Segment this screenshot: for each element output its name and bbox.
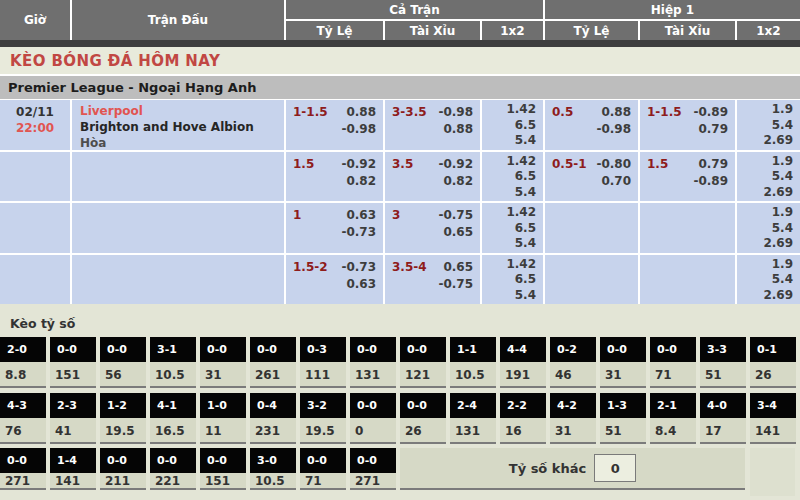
score-odds[interactable]: 31	[200, 362, 246, 388]
score-odds[interactable]: 10.5	[250, 473, 296, 490]
h1-1x2-home[interactable]: 1.9	[737, 205, 793, 221]
h1-handicap-odds-top[interactable]: -0.80	[596, 156, 631, 173]
score-odds[interactable]: 221	[150, 473, 196, 490]
h1-handicap-cell[interactable]: 0.5-1-0.80 0.70	[545, 152, 638, 202]
h1-handicap-odds-bottom[interactable]: -0.98	[596, 121, 631, 138]
score-odds[interactable]: 31	[550, 418, 596, 444]
ft-handicap-cell[interactable]: 1.5-2-0.73 0.63	[286, 255, 383, 305]
ft-over-under-odds-top[interactable]: 0.65	[443, 259, 473, 276]
score-odds[interactable]: 19.5	[300, 418, 346, 444]
score-odds[interactable]: 211	[100, 473, 146, 490]
score-odds[interactable]: 10.5	[150, 362, 196, 388]
score-bet-cell[interactable]: 0-031	[200, 337, 250, 388]
score-odds[interactable]: 231	[250, 418, 296, 444]
ft-1x2-home[interactable]: 1.42	[482, 154, 536, 170]
ft-over-under-cell[interactable]: 3-0.75 0.65	[385, 203, 480, 253]
away-team[interactable]: Brighton and Hove Albion	[80, 119, 284, 135]
score-bet-cell[interactable]: 0-0221	[150, 448, 200, 496]
score-odds[interactable]: 271	[350, 473, 396, 490]
score-odds[interactable]: 151	[50, 362, 96, 388]
ft-1x2-cell[interactable]: 1.42 6.5 5.4	[482, 203, 543, 253]
h1-1x2-cell[interactable]: 1.9 5.4 2.69	[737, 203, 800, 253]
ft-over-under-cell[interactable]: 3.5-40.65 -0.75	[385, 255, 480, 305]
score-bet-cell[interactable]: 1-4141	[50, 448, 100, 496]
h1-1x2-home[interactable]: 1.9	[737, 257, 793, 273]
score-odds[interactable]: 8.4	[650, 418, 696, 444]
ft-handicap-cell[interactable]: 1-1.50.88 -0.98	[286, 100, 383, 150]
h1-1x2-away[interactable]: 2.69	[737, 185, 793, 201]
ft-1x2-cell[interactable]: 1.42 6.5 5.4	[482, 100, 543, 150]
score-odds[interactable]: 41	[50, 418, 96, 444]
score-odds[interactable]: 10.5	[450, 362, 496, 388]
ft-1x2-home[interactable]: 1.42	[482, 257, 536, 273]
score-bet-cell[interactable]: 1-351	[600, 393, 650, 444]
score-odds[interactable]: 0	[350, 418, 396, 444]
score-bet-cell[interactable]: 0-0271	[0, 448, 50, 496]
ft-1x2-away[interactable]: 5.4	[482, 288, 536, 304]
score-odds[interactable]: 51	[700, 362, 746, 388]
score-bet-cell[interactable]: 0-026	[400, 393, 450, 444]
h1-over-under-cell[interactable]	[640, 255, 735, 305]
ft-1x2-draw[interactable]: 6.5	[482, 118, 536, 134]
ft-handicap-odds-top[interactable]: -0.73	[341, 259, 376, 276]
score-odds[interactable]: 16.5	[150, 418, 196, 444]
score-bet-cell[interactable]: 0-0121	[400, 337, 450, 388]
ft-handicap-odds-bottom[interactable]: -0.73	[341, 224, 376, 241]
score-bet-cell[interactable]: 2-18.4	[650, 393, 700, 444]
h1-over-under-odds-bottom[interactable]: -0.89	[693, 173, 728, 190]
ft-1x2-draw[interactable]: 6.5	[482, 221, 536, 237]
score-bet-cell[interactable]: 3-010.5	[250, 448, 300, 496]
score-odds[interactable]: 71	[300, 473, 346, 490]
h1-handicap-odds-bottom[interactable]: 0.70	[601, 173, 631, 190]
ft-over-under-odds-top[interactable]: -0.92	[438, 156, 473, 173]
score-odds[interactable]: 8.8	[0, 362, 46, 388]
score-odds[interactable]: 76	[0, 418, 46, 444]
ft-1x2-cell[interactable]: 1.42 6.5 5.4	[482, 255, 543, 305]
score-bet-cell[interactable]: 4-231	[550, 393, 600, 444]
draw-label[interactable]: Hòa	[80, 135, 284, 150]
score-odds[interactable]: 261	[250, 362, 296, 388]
score-bet-cell[interactable]: 4-116.5	[150, 393, 200, 444]
score-bet-cell[interactable]: 1-219.5	[100, 393, 150, 444]
ft-handicap-odds-bottom[interactable]: 0.63	[346, 276, 376, 293]
score-bet-cell[interactable]: 1-011	[200, 393, 250, 444]
score-bet-cell[interactable]: 0-126	[750, 337, 800, 388]
score-odds[interactable]: 71	[650, 362, 696, 388]
score-odds[interactable]: 131	[450, 418, 496, 444]
score-odds[interactable]: 121	[400, 362, 446, 388]
score-bet-cell[interactable]: 0-056	[100, 337, 150, 388]
score-odds[interactable]: 191	[500, 362, 546, 388]
h1-1x2-cell[interactable]: 1.9 5.4 2.69	[737, 255, 800, 305]
ft-1x2-draw[interactable]: 6.5	[482, 272, 536, 288]
score-odds[interactable]: 46	[550, 362, 596, 388]
score-bet-cell[interactable]: 0-0131	[350, 337, 400, 388]
ft-1x2-away[interactable]: 5.4	[482, 185, 536, 201]
score-odds[interactable]: 151	[200, 473, 246, 490]
ft-handicap-odds-top[interactable]: 0.88	[346, 104, 376, 121]
ft-handicap-odds-top[interactable]: -0.92	[341, 156, 376, 173]
h1-over-under-odds-bottom[interactable]: 0.79	[698, 121, 728, 138]
score-bet-cell[interactable]: 2-08.8	[0, 337, 50, 388]
h1-over-under-cell[interactable]: 1-1.5-0.89 0.79	[640, 100, 735, 150]
score-bet-cell[interactable]: 0-00	[350, 393, 400, 444]
ft-handicap-cell[interactable]: 1.5-0.92 0.82	[286, 152, 383, 202]
other-score-odds-box[interactable]: 0	[594, 454, 636, 482]
score-odds[interactable]: 26	[750, 362, 796, 388]
ft-1x2-away[interactable]: 5.4	[482, 236, 536, 252]
score-odds[interactable]: 271	[0, 473, 46, 490]
ft-1x2-home[interactable]: 1.42	[482, 102, 536, 118]
ft-1x2-away[interactable]: 5.4	[482, 133, 536, 149]
h1-1x2-cell[interactable]: 1.9 5.4 2.69	[737, 100, 800, 150]
score-bet-cell[interactable]: 2-216	[500, 393, 550, 444]
ft-handicap-odds-bottom[interactable]: -0.98	[341, 121, 376, 138]
h1-1x2-home[interactable]: 1.9	[737, 102, 793, 118]
h1-1x2-cell[interactable]: 1.9 5.4 2.69	[737, 152, 800, 202]
score-odds[interactable]: 111	[300, 362, 346, 388]
score-bet-cell[interactable]: 4-017	[700, 393, 750, 444]
ft-handicap-cell[interactable]: 10.63 -0.73	[286, 203, 383, 253]
ft-over-under-odds-bottom[interactable]: 0.88	[443, 121, 473, 138]
score-bet-cell[interactable]: 0-0271	[350, 448, 400, 496]
ft-handicap-odds-top[interactable]: 0.63	[346, 207, 376, 224]
h1-over-under-odds-top[interactable]: -0.89	[693, 104, 728, 121]
ft-over-under-cell[interactable]: 3-3.5-0.98 0.88	[385, 100, 480, 150]
